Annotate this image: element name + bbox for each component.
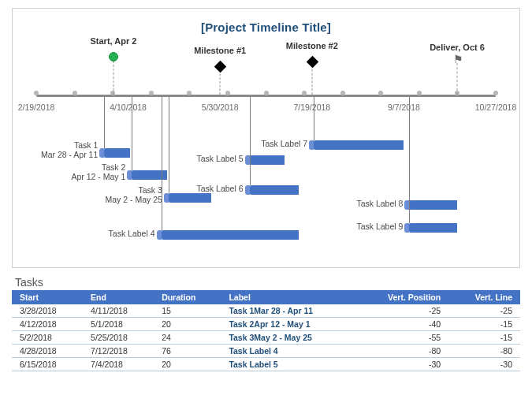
cell-end: 7/12/2018 — [83, 345, 154, 358]
cell-duration: 15 — [154, 304, 221, 318]
task-label: Task Label 7 — [36, 139, 307, 148]
th-vline: Vert. Line — [448, 290, 520, 304]
milestone-label: Start, Apr 2 — [90, 36, 136, 46]
cell-duration: 20 — [154, 358, 221, 371]
axis-tick-label: 5/30/2018 — [202, 102, 239, 112]
cell-vline: -25 — [448, 304, 520, 318]
chart-title: [Project Timeline Title] — [28, 20, 504, 34]
task-label: Task Label 9 — [36, 222, 403, 231]
task-drop-line — [409, 97, 410, 223]
table-row: 6/15/20187/4/201820Task Label 5-30-30 — [12, 358, 520, 371]
cell-vpos: -30 — [356, 358, 449, 371]
task-bar — [314, 140, 404, 150]
task-label: Task Label 8 — [36, 199, 403, 208]
flag-icon: ⚑ — [453, 54, 463, 65]
cell-label: Task Label 4 — [221, 345, 355, 358]
cell-vline: -15 — [448, 318, 520, 331]
cell-end: 5/25/2018 — [83, 331, 154, 345]
task-label: Task 2Apr 12 - May 1 — [36, 162, 125, 181]
task-label: Task Label 5 — [36, 154, 244, 163]
table-row: 3/28/20184/11/201815Task 1Mar 28 - Apr 1… — [12, 304, 520, 318]
task-label: Task Label 6 — [36, 184, 244, 193]
th-duration: Duration — [154, 290, 221, 304]
cell-end: 4/11/2018 — [83, 304, 154, 318]
cell-vpos: -40 — [356, 318, 449, 331]
th-label: Label — [221, 290, 355, 304]
tasks-table: Start End Duration Label Vert. Position … — [12, 290, 520, 371]
cell-vpos: -80 — [356, 345, 449, 358]
milestone-label: Milestone #1 — [194, 46, 246, 55]
axis-tick-label: 2/19/2018 — [18, 102, 55, 112]
axis-tick-label: 4/10/2018 — [110, 102, 147, 112]
th-vpos: Vert. Position — [356, 290, 449, 304]
table-header-row: Start End Duration Label Vert. Position … — [12, 290, 520, 304]
cell-duration: 20 — [154, 318, 221, 331]
cell-label: Task 1Mar 28 - Apr 11 — [221, 304, 355, 318]
tasks-section-title: Tasks — [15, 276, 520, 289]
axis-tick-label: 7/19/2018 — [293, 102, 330, 112]
cell-start: 3/28/2018 — [12, 304, 83, 318]
table-row: 4/12/20185/1/201820Task 2Apr 12 - May 1-… — [12, 318, 520, 331]
cell-end: 7/4/2018 — [83, 358, 154, 371]
cell-start: 6/15/2018 — [12, 358, 83, 371]
task-bar — [409, 200, 457, 210]
task-bar — [250, 185, 299, 195]
diamond-icon — [214, 61, 227, 73]
cell-vpos: -55 — [356, 331, 449, 345]
task-bar — [162, 230, 299, 240]
axis-tick-label: 9/7/2018 — [388, 102, 420, 112]
diamond-icon — [307, 56, 319, 69]
cell-label: Task 3May 2 - May 25 — [221, 331, 355, 345]
th-end: End — [83, 290, 154, 304]
cell-duration: 76 — [154, 345, 221, 358]
task-bar — [250, 155, 285, 165]
cell-vline: -30 — [448, 358, 520, 371]
cell-vpos: -25 — [356, 304, 449, 318]
table-row: 5/2/20185/25/201824Task 3May 2 - May 25-… — [12, 331, 520, 345]
axis-tick-label: 10/27/2018 — [475, 102, 517, 112]
chart-plot-area: 2/19/20184/10/20185/30/20187/19/20189/7/… — [36, 36, 496, 259]
cell-end: 5/1/2018 — [83, 318, 154, 331]
start-icon — [109, 52, 118, 62]
task-bar — [409, 223, 457, 233]
task-drop-line — [162, 97, 162, 230]
cell-duration: 24 — [154, 331, 221, 345]
cell-label: Task 2Apr 12 - May 1 — [221, 318, 355, 331]
timeline-chart: [Project Timeline Title] 2/19/20184/10/2… — [12, 8, 520, 268]
cell-start: 4/12/2018 — [12, 318, 83, 331]
cell-vline: -15 — [448, 331, 520, 345]
table-row: 4/28/20187/12/201876Task Label 4-80-80 — [12, 345, 520, 358]
cell-start: 5/2/2018 — [12, 331, 83, 345]
cell-label: Task Label 5 — [221, 358, 355, 371]
th-start: Start — [12, 290, 83, 304]
cell-vline: -80 — [448, 345, 520, 358]
milestone-label: Deliver, Oct 6 — [430, 43, 485, 52]
cell-start: 4/28/2018 — [12, 345, 83, 358]
milestone-label: Milestone #2 — [286, 41, 338, 50]
task-drop-line — [314, 97, 314, 140]
